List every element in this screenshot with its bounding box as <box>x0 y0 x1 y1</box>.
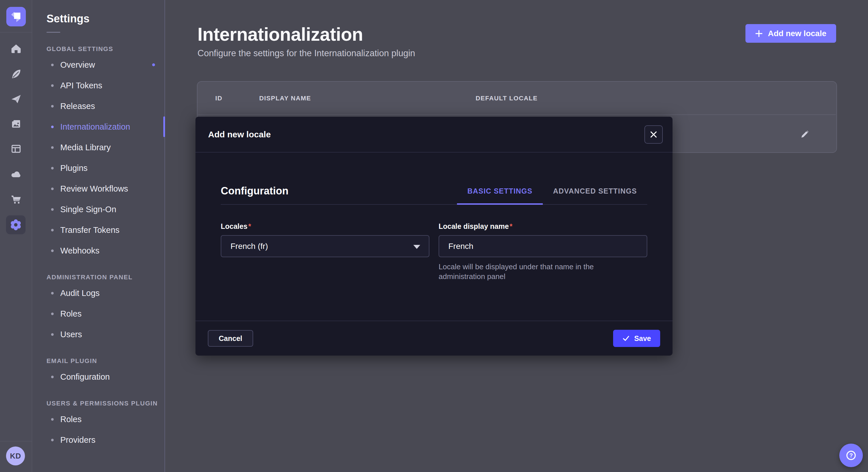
sidebar-item-single-sign-on[interactable]: Single Sign-On <box>32 199 164 220</box>
sidebar-item-up-roles[interactable]: Roles <box>32 409 164 430</box>
sidebar-item-users[interactable]: Users <box>32 324 164 345</box>
subnav-title: Settings <box>46 12 164 25</box>
sidebar-item-internationalization[interactable]: Internationalization <box>32 116 164 137</box>
bullet-icon <box>51 439 54 441</box>
rail-divider-bottom <box>0 441 32 441</box>
help-button[interactable]: ? <box>839 444 863 467</box>
cloud-icon[interactable] <box>0 169 32 179</box>
media-library-icon[interactable] <box>0 119 32 129</box>
column-header-id: ID <box>215 95 259 102</box>
chevron-down-icon <box>413 245 420 249</box>
home-icon[interactable] <box>0 43 32 54</box>
bullet-icon <box>51 418 54 421</box>
sidebar-item-releases[interactable]: Releases <box>32 96 164 116</box>
table-header-row: ID DISPLAY NAME DEFAULT LOCALE <box>198 82 836 114</box>
sidebar-item-providers[interactable]: Providers <box>32 430 164 450</box>
tab-basic-settings[interactable]: BASIC SETTINGS <box>457 187 543 205</box>
bullet-icon <box>51 188 54 190</box>
settings-icon[interactable] <box>6 215 26 234</box>
page-subtitle: Configure the settings for the Internati… <box>197 48 415 59</box>
deploy-icon[interactable] <box>0 94 32 104</box>
settings-subnav: Settings GLOBAL SETTINGS Overview API To… <box>32 0 165 472</box>
column-header-default-locale: DEFAULT LOCALE <box>476 95 796 102</box>
rail-divider-top <box>0 32 32 32</box>
sidebar-item-audit-logs[interactable]: Audit Logs <box>32 283 164 303</box>
required-mark: * <box>248 222 251 230</box>
display-name-input[interactable] <box>439 235 647 257</box>
save-button[interactable]: Save <box>613 330 660 347</box>
sidebar-item-transfer-tokens[interactable]: Transfer Tokens <box>32 220 164 240</box>
bullet-icon <box>51 105 54 107</box>
bullet-icon <box>51 64 54 66</box>
sidebar-item-admin-roles[interactable]: Roles <box>32 303 164 324</box>
section-header-email-plugin: EMAIL PLUGIN <box>46 357 164 365</box>
tab-advanced-settings[interactable]: ADVANCED SETTINGS <box>543 187 647 205</box>
section-header-global-settings: GLOBAL SETTINGS <box>46 45 164 53</box>
close-icon[interactable] <box>644 125 663 144</box>
modal-tabs: BASIC SETTINGS ADVANCED SETTINGS <box>221 187 647 205</box>
notification-dot <box>152 63 155 66</box>
column-header-display-name: DISPLAY NAME <box>259 95 476 102</box>
bullet-icon <box>51 146 54 149</box>
subnav-title-divider <box>46 32 60 33</box>
content-type-builder-icon[interactable] <box>0 69 32 79</box>
icon-rail: KD <box>0 0 32 472</box>
check-icon <box>622 335 630 342</box>
sidebar-item-webhooks[interactable]: Webhooks <box>32 240 164 261</box>
strapi-logo[interactable] <box>6 7 26 26</box>
bullet-icon <box>51 376 54 378</box>
plus-icon <box>755 30 763 37</box>
marketplace-icon[interactable] <box>0 194 32 205</box>
bullet-icon <box>51 167 54 169</box>
display-name-hint: Locale will be displayed under that name… <box>439 262 637 281</box>
sidebar-item-email-configuration[interactable]: Configuration <box>32 367 164 387</box>
strapi-logo-icon <box>6 7 26 26</box>
bullet-icon <box>51 229 54 231</box>
modal-title: Add new locale <box>208 130 271 139</box>
bullet-icon <box>51 292 54 295</box>
sidebar-item-overview[interactable]: Overview <box>32 55 164 75</box>
modal-fields: Locales* French (fr) Locale display name… <box>221 222 647 281</box>
required-mark: * <box>510 222 513 230</box>
bullet-icon <box>51 249 54 252</box>
question-mark-icon: ? <box>844 449 858 462</box>
section-header-administration-panel: ADMINISTRATION PANEL <box>46 274 164 281</box>
svg-text:?: ? <box>849 452 853 459</box>
bullet-icon <box>51 84 54 87</box>
locales-select[interactable]: French (fr) <box>221 235 429 257</box>
sidebar-item-review-workflows[interactable]: Review Workflows <box>32 178 164 199</box>
page-title: Internationalization <box>197 24 363 45</box>
locales-select-value: French (fr) <box>230 242 268 251</box>
modal-footer: Cancel Save <box>195 321 673 356</box>
add-new-locale-button[interactable]: Add new locale <box>745 24 836 43</box>
avatar[interactable]: KD <box>6 446 25 465</box>
display-name-label: Locale display name* <box>439 222 647 231</box>
bullet-icon <box>51 208 54 211</box>
content-manager-icon[interactable] <box>0 144 32 154</box>
locales-field: Locales* French (fr) <box>221 222 429 281</box>
section-header-users-permissions-plugin: USERS & PERMISSIONS PLUGIN <box>46 400 164 407</box>
locales-label: Locales* <box>221 222 429 231</box>
add-locale-modal: Add new locale Configuration BASIC SETTI… <box>195 117 673 356</box>
cancel-button[interactable]: Cancel <box>208 330 253 347</box>
edit-icon[interactable] <box>800 129 810 138</box>
bullet-icon <box>51 333 54 336</box>
display-name-field: Locale display name* Locale will be disp… <box>439 222 647 281</box>
sidebar-item-plugins[interactable]: Plugins <box>32 158 164 178</box>
modal-header: Add new locale <box>195 117 673 153</box>
bullet-icon <box>51 126 54 128</box>
sidebar-item-media-library[interactable]: Media Library <box>32 137 164 158</box>
bullet-icon <box>51 312 54 315</box>
sidebar-item-api-tokens[interactable]: API Tokens <box>32 75 164 96</box>
